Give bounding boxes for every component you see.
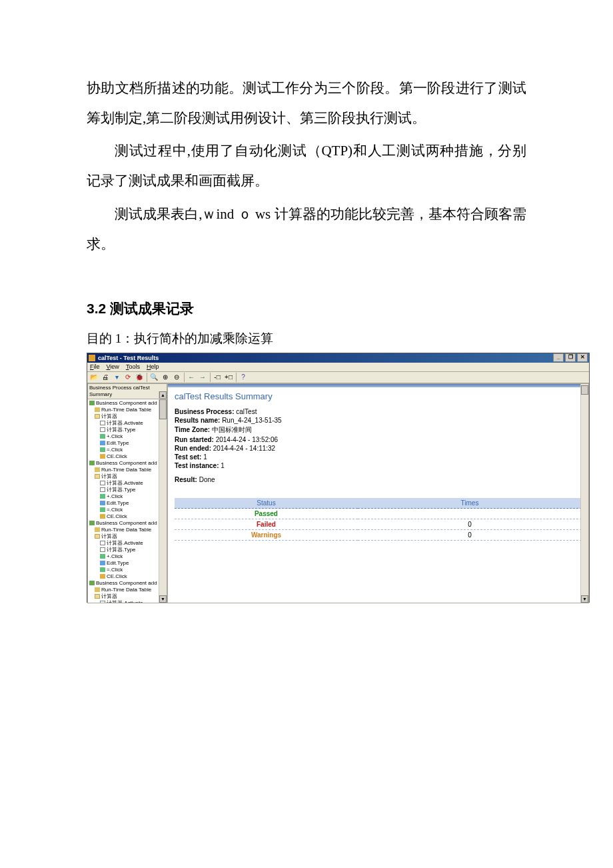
document-page: 协助文档所描述的功能。测试工作分为三个阶段。第一阶段进行了测试筹划制定,第二阶段…: [0, 0, 613, 643]
menu-help[interactable]: Help: [147, 363, 159, 370]
report-accent-bar: [168, 384, 588, 387]
edit-icon: [100, 501, 105, 505]
tree-business-component[interactable]: Business Component add (#4): [89, 580, 167, 587]
tree-business-component[interactable]: Business Component add (#2): [89, 460, 167, 467]
report-scrollbar[interactable]: ▼: [580, 384, 588, 603]
paragraph-3: 测试成果表白,ｗind ｏ ws 计算器的功能比较完善，基本符合顾客需求。: [87, 199, 526, 259]
zoom-reset-icon[interactable]: 🔍: [149, 372, 159, 383]
window-icon: [100, 541, 105, 545]
window-icon: [100, 487, 105, 492]
menu-file[interactable]: File: [90, 363, 100, 370]
tree-edit-type[interactable]: Edit.Type: [89, 560, 167, 567]
component-icon: [89, 401, 95, 405]
help-icon[interactable]: ?: [238, 372, 249, 383]
refresh-icon[interactable]: ⟳: [123, 372, 133, 383]
folder-icon: [95, 534, 100, 539]
time-zone: Time Zone: 中国标准时间: [175, 425, 582, 435]
button-icon: [100, 434, 105, 439]
warnings-label: Warnings: [175, 530, 358, 541]
tree-equals-click[interactable]: =.Click: [89, 447, 167, 453]
nav-forward-icon[interactable]: →: [197, 372, 208, 383]
zoom-out-icon[interactable]: ⊖: [171, 372, 182, 383]
tree-activate[interactable]: 计算器.Activate: [89, 420, 167, 427]
tree-runtime-data-table[interactable]: Run-Time Data Table: [89, 407, 167, 413]
tree-equals-click[interactable]: =.Click: [89, 507, 167, 513]
report-title: calTest Results Summary: [175, 391, 582, 401]
paragraph-2: 测试过程中,使用了自动化测试（QTP)和人工测试两种措施，分别记录了测试成果和画…: [87, 136, 526, 196]
tree-calculator-folder[interactable]: 计算器: [89, 593, 167, 600]
failed-label: Failed: [175, 519, 358, 530]
expand-icon[interactable]: +□: [223, 372, 234, 383]
tree-edit-type[interactable]: Edit.Type: [89, 500, 167, 507]
tree-business-component[interactable]: Business Component add (#3): [89, 520, 167, 527]
button-icon: [100, 554, 105, 559]
button-icon: [100, 574, 105, 579]
component-icon: [89, 581, 95, 585]
tree-activate[interactable]: 计算器.Activate: [89, 540, 167, 547]
tree-ce-click[interactable]: CE.Click: [89, 513, 167, 520]
print-icon[interactable]: 🖨: [100, 372, 111, 383]
warnings-count: 0: [358, 530, 582, 541]
open-icon[interactable]: 📂: [89, 372, 99, 383]
failed-row: Failed 0: [175, 519, 582, 530]
tree-edit-type[interactable]: Edit.Type: [89, 440, 167, 447]
tree-activate[interactable]: 计算器.Activate: [89, 600, 167, 603]
tree-plus-click[interactable]: +.Click: [89, 553, 167, 560]
window-titlebar[interactable]: calTest - Test Results _ ❐ ✕: [87, 353, 589, 363]
result: Result: Done: [175, 476, 582, 483]
minimize-button[interactable]: _: [553, 353, 564, 362]
scroll-thumb[interactable]: [581, 385, 588, 395]
status-header: Status: [175, 498, 358, 509]
tree-plus-click[interactable]: +.Click: [89, 493, 167, 500]
tree-calculator-folder[interactable]: 计算器: [89, 413, 167, 420]
nav-back-icon[interactable]: ←: [186, 372, 197, 383]
window-icon: [100, 481, 105, 485]
tree-type[interactable]: 计算器.Type: [89, 427, 167, 433]
menu-bar: File View Tools Help: [87, 363, 589, 372]
window-icon: [100, 427, 105, 432]
folder-icon: [95, 414, 100, 419]
scroll-up-icon[interactable]: ▲: [159, 391, 167, 399]
window-title: calTest - Test Results: [98, 355, 552, 361]
status-header-row: Status Times: [175, 498, 582, 509]
passed-label: Passed: [175, 509, 358, 519]
tree-runtime-data-table[interactable]: Run-Time Data Table: [89, 527, 167, 533]
close-button[interactable]: ✕: [577, 353, 588, 362]
warnings-row: Warnings 0: [175, 530, 582, 541]
tree-calculator-folder[interactable]: 计算器: [89, 473, 167, 480]
business-process: Business Process: calTest: [175, 408, 582, 415]
tree-runtime-data-table[interactable]: Run-Time Data Table: [89, 467, 167, 473]
tree-plus-click[interactable]: +.Click: [89, 433, 167, 440]
tree-calculator-folder[interactable]: 计算器: [89, 533, 167, 540]
menu-view[interactable]: View: [107, 363, 119, 370]
tree-type[interactable]: 计算器.Type: [89, 547, 167, 553]
scroll-down-icon[interactable]: ▼: [159, 595, 167, 603]
tree-runtime-data-table[interactable]: Run-Time Data Table: [89, 587, 167, 593]
scroll-down-icon[interactable]: ▼: [581, 595, 588, 603]
collapse-icon[interactable]: -□: [212, 372, 223, 383]
times-header: Times: [358, 498, 582, 509]
scroll-thumb[interactable]: [159, 399, 167, 419]
table-icon: [95, 587, 100, 592]
table-icon: [95, 527, 100, 532]
toolbar-separator: [210, 373, 211, 382]
filter-icon[interactable]: ▾: [111, 372, 122, 383]
edit-icon: [100, 441, 105, 445]
tree-ce-click[interactable]: CE.Click: [89, 453, 167, 460]
tree-activate[interactable]: 计算器.Activate: [89, 480, 167, 487]
tree-scrollbar[interactable]: ▲ ▼: [159, 391, 167, 603]
tree-equals-click[interactable]: =.Click: [89, 567, 167, 573]
qtp-results-window: calTest - Test Results _ ❐ ✕ File View T…: [87, 353, 590, 603]
results-tree-pane[interactable]: Business Process calTest Summary Busines…: [87, 383, 167, 603]
tree-type[interactable]: 计算器.Type: [89, 487, 167, 493]
run-started: Run started: 2014-4-24 - 13:52:06: [175, 436, 582, 443]
window-icon: [100, 547, 105, 552]
menu-tools[interactable]: Tools: [126, 363, 140, 370]
tree-ce-click[interactable]: CE.Click: [89, 573, 167, 580]
maximize-button[interactable]: ❐: [565, 353, 576, 362]
folder-icon: [95, 474, 100, 479]
zoom-in-icon[interactable]: ⊕: [160, 372, 171, 383]
heading-3-2: 3.2 测试成果记录: [87, 299, 526, 318]
find-icon[interactable]: 🐞: [134, 372, 145, 383]
tree-business-component[interactable]: Business Component add (#1): [89, 400, 167, 407]
